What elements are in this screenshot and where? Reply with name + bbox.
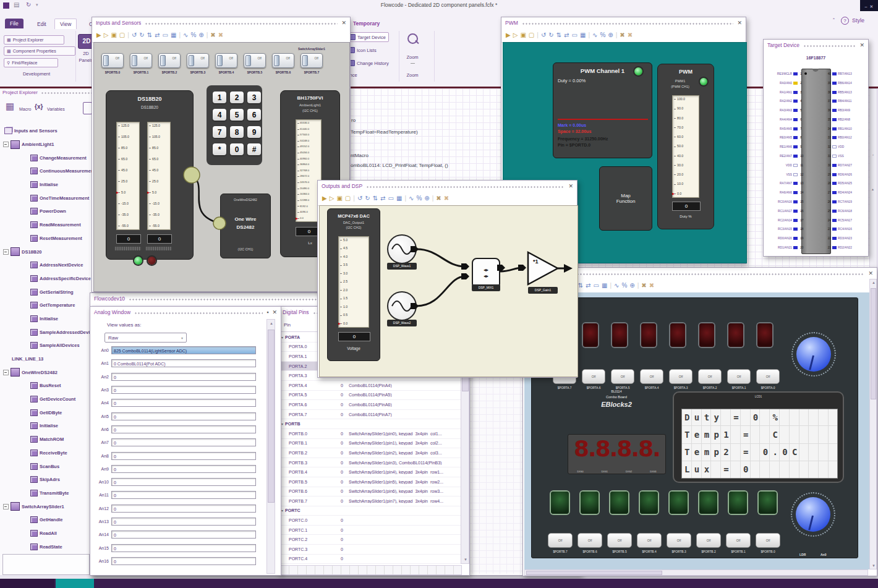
close-icon[interactable]: ✕: [341, 20, 346, 26]
off-button[interactable]: Off: [667, 533, 691, 548]
temperature-scale-1[interactable]: 125.0105.085.065.045.025.05.0-15.0-35.0-…: [116, 122, 140, 230]
tree-item[interactable]: ReadAll: [0, 527, 92, 540]
project-explorer-header[interactable]: Project Explorer: [0, 90, 92, 95]
scroll-up-icon[interactable]: ▲: [872, 281, 876, 284]
tree-item[interactable]: GetIDByte: [0, 406, 92, 419]
close-icon[interactable]: ✕: [737, 20, 742, 26]
chip-pin[interactable]: 31 VSS: [825, 155, 868, 158]
digital-pin-row[interactable]: PORTC.0 0: [279, 516, 461, 526]
channel-value-field[interactable]: 0: [111, 518, 256, 526]
digital-pin-row[interactable]: PORTB: [279, 419, 461, 429]
chip-pin[interactable]: RC2/AN14 17: [765, 219, 806, 222]
toolbar-icon[interactable]: ✖: [620, 32, 624, 38]
macro-grid-icon[interactable]: ▦: [6, 101, 14, 112]
off-button[interactable]: Off: [582, 369, 605, 384]
digital-pin-row[interactable]: PORTA.6 0 ComboBL0114(PinA6): [279, 400, 461, 410]
toolbar-icon[interactable]: ∿: [614, 283, 619, 289]
toolbar-icon[interactable]: ✖: [649, 283, 654, 289]
off-button[interactable]: Off: [607, 533, 632, 548]
tab-file[interactable]: File: [5, 19, 23, 28]
toolbar-icon[interactable]: ▶: [96, 32, 101, 38]
toggle-target-device[interactable]: Target Device: [346, 32, 389, 42]
toolbar-icon[interactable]: ⇅: [373, 195, 378, 202]
tree-item[interactable]: AddressNextDevice: [0, 258, 92, 272]
channel-value-field[interactable]: 0: [111, 530, 256, 539]
digital-pin-row[interactable]: PORTB.0 0 SwitchArraySlider1(pin0), keyp…: [279, 429, 461, 439]
channel-value-field[interactable]: 0: [111, 505, 256, 513]
toolbar-icon[interactable]: ⇄: [564, 32, 569, 38]
toolbar-icon[interactable]: ▣: [111, 32, 116, 38]
switch-handle[interactable]: [103, 55, 109, 66]
chip-pin[interactable]: RE1/AN6 9: [765, 145, 806, 148]
slider-switch[interactable]: Off: [158, 53, 181, 68]
tree-item[interactable]: MatchROM: [0, 433, 92, 446]
toolbar-icon[interactable]: ▢: [345, 195, 351, 202]
tree-item[interactable]: OneTimeMeasurement: [0, 191, 92, 205]
off-button[interactable]: Off: [640, 369, 663, 384]
toolbar-icon[interactable]: %: [416, 195, 422, 202]
keypad-key[interactable]: 8: [230, 126, 244, 138]
find-replace-button[interactable]: ⚲Find/Replace: [4, 58, 58, 67]
keypad-key[interactable]: 9: [247, 126, 261, 138]
digital-pin-row[interactable]: PORTB.5 0 SwitchArraySlider1(pin5), keyp…: [279, 477, 461, 487]
toolbar-icon[interactable]: ⇄: [155, 32, 160, 38]
toolbar-icon[interactable]: ▦: [580, 32, 586, 38]
toolbar-icon[interactable]: ▭: [162, 32, 168, 38]
chip-pin[interactable]: 27 RD4/AN24: [825, 191, 868, 194]
tree-item[interactable]: Initialise: [0, 312, 92, 326]
zoom-button-label[interactable]: Zoom: [402, 54, 423, 60]
switch-handle[interactable]: [245, 55, 251, 66]
inputs-window-titlebar[interactable]: Inputs and Sensors ✕: [92, 17, 350, 28]
chip-pin[interactable]: RA5/AN5 7: [765, 127, 806, 130]
digital-pin-row[interactable]: PORTA.4 0 ComboBL0114(PinA4): [279, 381, 461, 391]
pin-column-header[interactable]: Pin: [284, 322, 291, 328]
off-button[interactable]: Off: [669, 369, 693, 384]
tree-item[interactable]: LINK_LINE_13: [0, 352, 92, 366]
view-mode-dropdown[interactable]: Raw ▾: [104, 333, 187, 343]
tree-item[interactable]: OneWireDS2482: [0, 365, 92, 379]
tree-item[interactable]: SkipAdrs: [0, 473, 92, 487]
analog-window-titlebar[interactable]: Analog Window ▪ ✕: [90, 307, 281, 318]
toolbar-icon[interactable]: ✖: [436, 195, 441, 202]
toolbar-icon[interactable]: ▦: [396, 195, 402, 202]
tree-item[interactable]: ReceiveByte: [0, 446, 92, 460]
toolbar-icon[interactable]: ▭: [388, 195, 393, 202]
keypad-key[interactable]: 4: [213, 109, 226, 121]
keypad-key[interactable]: 7: [213, 126, 226, 138]
chip-pin[interactable]: RE0/AN5 8: [765, 136, 806, 139]
toolbar-icon[interactable]: |: [588, 32, 590, 38]
digital-pin-row[interactable]: PORTB.4 0 SwitchArraySlider1(pin4), keyp…: [279, 467, 461, 477]
toolbar-icon[interactable]: ▣: [520, 32, 526, 38]
off-button[interactable]: Off: [611, 369, 634, 384]
chip-pin[interactable]: VSS 12: [765, 173, 806, 176]
off-button[interactable]: Off: [637, 533, 662, 548]
toolbar-icon[interactable]: |: [637, 283, 639, 289]
chip-pin[interactable]: 35 RB2/AN8: [825, 118, 868, 121]
scroll-glyph[interactable]: ‹: [872, 153, 874, 156]
scroll-down-icon[interactable]: ▼: [464, 558, 467, 561]
toolbar-icon[interactable]: ✖: [444, 195, 449, 202]
keypad-key[interactable]: *: [213, 143, 226, 155]
toolbar-icon[interactable]: ↺: [541, 32, 546, 38]
toolbar-icon[interactable]: |: [610, 283, 612, 289]
tree-item[interactable]: Initialise: [0, 178, 92, 192]
chip-pin[interactable]: 24 RC5/AN17: [825, 219, 868, 222]
off-button[interactable]: Off: [578, 533, 602, 548]
chip-pin[interactable]: RD0/AN20 19: [765, 237, 806, 240]
chip-pin[interactable]: RA0/AN0 2: [765, 82, 806, 85]
toolbar-icon[interactable]: ✖: [628, 32, 633, 38]
slider-switch[interactable]: Off: [101, 53, 124, 68]
chip-pin[interactable]: 40 RB7/AN13: [825, 72, 868, 75]
zoom-dropdown[interactable]: [411, 63, 415, 64]
close-icon[interactable]: ✕: [868, 270, 873, 276]
tree-item[interactable]: TransmitByte: [0, 487, 92, 500]
chip-pin[interactable]: 32 VDD: [825, 145, 868, 148]
chip-pin[interactable]: RD1/AN21 20: [765, 246, 806, 249]
channel-value-field[interactable]: 0: [111, 452, 256, 460]
tree-item[interactable]: ScanBus: [0, 459, 92, 473]
pot-knob[interactable]: [796, 337, 831, 372]
chip-pin[interactable]: 30 RD7/AN27: [825, 164, 868, 167]
console-icon[interactable]: [83, 102, 92, 114]
channel-value-field[interactable]: 0: [111, 412, 256, 420]
expander-icon[interactable]: [3, 249, 9, 255]
